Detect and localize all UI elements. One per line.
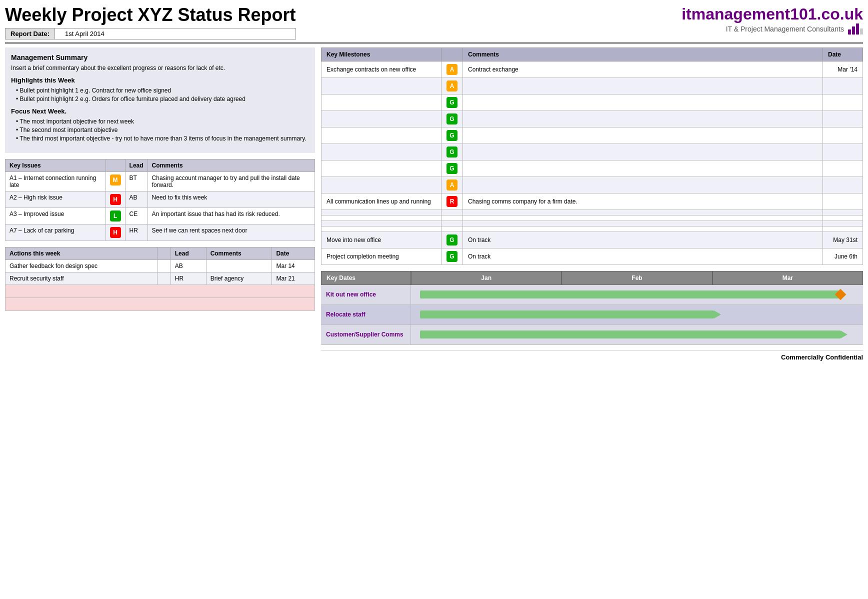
action-lead: AB (170, 260, 206, 272)
table-row: G (322, 144, 863, 160)
col-header (106, 159, 125, 172)
milestone-date (823, 94, 863, 110)
action-comment: Brief agency (206, 272, 272, 284)
mgmt-summary-title: Management Summary (11, 54, 309, 62)
issue-lead: HR (125, 224, 148, 240)
footer: Commercially Confidential (321, 350, 863, 361)
issue-badge-cell: L (106, 208, 125, 224)
issue-name: A3 – Improved issue (6, 208, 106, 224)
milestone-comment: On track (463, 248, 823, 264)
status-badge: R (446, 196, 458, 207)
col-comments-header: Comments (148, 159, 314, 172)
page-header: Weekly Project XYZ Status Report Report … (5, 5, 863, 44)
action-badge (158, 260, 171, 272)
issue-name: A2 – High risk issue (6, 191, 106, 208)
col-comments-header: Comments (463, 48, 823, 61)
status-badge: G (446, 130, 458, 141)
highlights-list: Bullet point highlight 1 e.g. Contract f… (11, 87, 309, 102)
milestone-comment (463, 226, 823, 232)
gantt-month-feb: Feb (562, 271, 712, 285)
milestone-comment (463, 127, 823, 144)
milestone-date (823, 210, 863, 215)
issue-lead: BT (125, 172, 148, 191)
table-row: G (322, 127, 863, 144)
table-row: G (322, 110, 863, 127)
milestone-comment (463, 160, 823, 176)
header-left: Weekly Project XYZ Status Report Report … (5, 5, 296, 40)
table-row (322, 220, 863, 226)
gantt-title: Key Dates (321, 271, 411, 285)
list-item: The second most important objective (16, 126, 309, 134)
footer-text: Commercially Confidential (781, 354, 863, 361)
action-name: Recruit security staff (6, 272, 158, 284)
milestones-section: Key Milestones Comments Date Exchange co… (321, 48, 863, 265)
col-comments-header: Comments (206, 247, 272, 260)
milestone-comment (463, 215, 823, 220)
milestone-comment (463, 176, 823, 193)
table-row (322, 215, 863, 220)
milestone-badge-cell: A (442, 61, 463, 78)
milestone-date (823, 215, 863, 220)
right-panel: Key Milestones Comments Date Exchange co… (321, 48, 863, 361)
milestone-name: Exchange contracts on new office (322, 61, 442, 78)
issue-comment: Need to fix this week (148, 191, 314, 208)
milestone-name (322, 94, 442, 110)
milestone-comment (463, 210, 823, 215)
report-date-box: Report Date: 1st April 2014 (5, 28, 296, 40)
milestone-badge-cell: G (442, 127, 463, 144)
milestone-date (823, 193, 863, 210)
status-badge: G (446, 146, 458, 158)
table-row: A (322, 176, 863, 193)
issue-badge-cell: H (106, 191, 125, 208)
milestone-badge-cell: G (442, 232, 463, 248)
milestone-name (322, 220, 442, 226)
milestone-badge-cell: R (442, 193, 463, 210)
key-issues-table: Key Issues Lead Comments A1 – Internet c… (5, 159, 315, 241)
milestone-date (823, 78, 863, 94)
milestone-name (322, 176, 442, 193)
report-date-value: 1st April 2014 (55, 28, 114, 39)
milestone-badge-cell: G (442, 248, 463, 264)
bar-chart-icon (848, 24, 863, 34)
milestone-badge-cell: G (442, 94, 463, 110)
brand-sub: IT & Project Management Consultants (682, 24, 863, 34)
table-row: G (322, 160, 863, 176)
left-panel: Management Summary Insert a brief commen… (5, 48, 315, 361)
table-row (322, 226, 863, 232)
col-date-header: Date (272, 247, 315, 260)
col-lead-header: Lead (170, 247, 206, 260)
status-badge: A (446, 64, 458, 75)
table-row: Recruit security staff HR Brief agency M… (6, 272, 315, 284)
status-badge: L (110, 210, 121, 222)
milestone-name (322, 144, 442, 160)
col-badge-header (442, 48, 463, 61)
milestone-date (823, 220, 863, 226)
milestone-badge-cell (442, 220, 463, 226)
report-date-label: Report Date: (6, 28, 55, 39)
milestone-name: Move into new office (322, 232, 442, 248)
col-header (158, 247, 171, 260)
milestones-header: Key Milestones (322, 48, 442, 61)
actions-header: Actions this week (6, 247, 158, 260)
milestone-name (322, 210, 442, 215)
issue-lead: CE (125, 208, 148, 224)
milestone-badge-cell (442, 226, 463, 232)
status-badge: H (110, 194, 121, 205)
col-date-header: Date (823, 48, 863, 61)
gantt-bar (420, 330, 840, 338)
milestone-name (322, 78, 442, 94)
issue-name: A1 – Internet connection running late (6, 172, 106, 191)
focus-title: Focus Next Week. (11, 108, 309, 115)
action-lead: HR (170, 272, 206, 284)
table-row: Project completion meeting G On track Ju… (322, 248, 863, 264)
milestone-date (823, 160, 863, 176)
gantt-bar-area (411, 305, 863, 324)
action-name: Gather feedback fon design spec (6, 260, 158, 272)
milestone-comment (463, 94, 823, 110)
focus-list: The most important objective for next we… (11, 118, 309, 142)
milestone-name (322, 226, 442, 232)
gantt-bar-area (411, 325, 863, 344)
milestone-comment (463, 220, 823, 226)
action-date: Mar 14 (272, 260, 315, 272)
gantt-label: Customer/Supplier Comms (321, 325, 411, 344)
